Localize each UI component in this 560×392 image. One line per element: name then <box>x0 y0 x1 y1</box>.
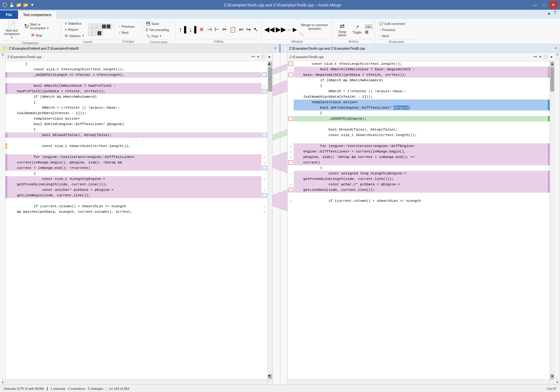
actions-icon1[interactable]: ↗ <box>355 24 359 29</box>
help-icon[interactable]: ? <box>554 10 556 16</box>
bookmark-previous-button[interactable]: ↑ Previous <box>378 27 407 33</box>
right-pane-menu-icon[interactable]: ••• <box>534 55 537 59</box>
code-line: const size_t nSearchLen(strText.length()… <box>7 143 261 149</box>
right-scrollbar-thumb[interactable] <box>550 67 554 92</box>
merge-right-button[interactable]: → <box>262 73 267 77</box>
merge-options-icon[interactable]: ⋯▶ <box>287 26 297 33</box>
minimize-button[interactable]: — <box>531 1 539 9</box>
encoding-status: Unicode (UTF-8 with BOM) <box>4 387 44 390</box>
merge-right-icon[interactable]: ▶▶ <box>276 26 286 33</box>
set-encoding-button[interactable]: É Set encoding <box>145 27 171 33</box>
left-code-area[interactable]: { const size_t nTextLength(strText.lengt… <box>5 61 272 384</box>
layout-icon4[interactable]: ⬛ <box>96 30 103 36</box>
titlebar-icon3[interactable]: 📂 <box>23 2 28 7</box>
scroll-last-icon[interactable]: ⇊ <box>2 380 4 384</box>
breadcrumb-folder[interactable]: 📁 Z:\Examples\FolderA and Z:\Examples\Fo… <box>0 44 280 52</box>
breadcrumb-dropdown-icon[interactable]: ▼ <box>274 47 277 50</box>
scroll-prev-change-icon[interactable]: ↑ <box>2 57 3 60</box>
breadcrumb-file[interactable]: 📄 Z:\Examples\TestA.cpp and Z:\Examples\… <box>280 44 560 52</box>
collapse-ribbon-icon[interactable]: ▲ <box>547 11 551 16</box>
titlebar-icon1[interactable]: 💾 <box>9 2 14 7</box>
file-icon: 📄 <box>283 46 288 51</box>
editing-icon3[interactable]: ✕ <box>198 25 205 34</box>
merge-left-btn-container: ← <box>288 116 294 121</box>
right-scroll-next-icon[interactable]: ↓ <box>556 377 558 380</box>
options-button[interactable]: ⚙ Options ▼ <box>63 33 86 39</box>
editing-icon5[interactable]: ⊢ <box>214 25 220 34</box>
changes-group-label: Changes <box>117 39 139 43</box>
merge-placeholder <box>288 193 294 198</box>
swap-panes-button[interactable]: ⇄ Swappanes <box>335 21 350 38</box>
next-change-button[interactable]: ↓ Next <box>117 30 136 35</box>
tab-text-comparisons[interactable]: Text comparisons <box>18 11 57 19</box>
merge-left-icon[interactable]: ◀◀ <box>264 26 275 33</box>
merge-left-button[interactable]: ← <box>288 62 293 66</box>
statistics-button[interactable]: ≡ Statistics <box>63 21 86 26</box>
merge-left-button[interactable]: ← <box>288 188 293 192</box>
titlebar-icon2[interactable]: 📁 <box>16 2 21 7</box>
left-hscrollbar[interactable] <box>5 380 268 384</box>
editing-icon1[interactable]: ↑▐ <box>178 25 187 34</box>
editing-icon8[interactable]: ↩ <box>238 25 244 34</box>
right-vscrollbar[interactable]: ▲ ▼ <box>550 61 555 380</box>
pane-menu-icon[interactable]: ••• <box>251 55 255 59</box>
right-scroll-first-icon[interactable]: ⇈ <box>556 53 558 57</box>
save-button[interactable]: 💾 Save <box>145 21 171 26</box>
left-scrollbar-thumb[interactable] <box>268 67 272 92</box>
titlebar-icon4[interactable]: ▼ <box>30 2 34 7</box>
pane-expand-icon[interactable]: ▼ <box>256 55 260 59</box>
stop-button[interactable]: ✕ Stop <box>23 31 51 39</box>
start-recompare-button[interactable]: ↻ Start orrecompare ▼ <box>23 22 51 31</box>
right-hscrollbar[interactable] <box>288 380 550 384</box>
bookmark-next-button[interactable]: ↓ Next <box>378 33 407 39</box>
new-text-comparison-button[interactable]: 📄 New textcomparison ▼ <box>2 21 21 40</box>
editing-icon2[interactable]: ↓▐ <box>188 25 197 34</box>
scroll-first-icon[interactable]: ⇈ <box>2 53 4 57</box>
merge-icon1[interactable]: ⋱ <box>299 32 304 37</box>
pane-close-icon[interactable]: ● <box>268 54 271 59</box>
merge-placeholder <box>288 121 294 127</box>
close-button[interactable]: ✕ <box>549 1 558 9</box>
merge-left-btn-container: ← <box>288 160 294 165</box>
layout-icon1[interactable]: ⬜⬜ <box>88 24 100 29</box>
merge-common-ancestor-button[interactable]: Merge to commonancestor <box>299 22 330 31</box>
edit-comment-button[interactable]: 💬 Edit comment <box>378 21 407 26</box>
code-line: const size_t nSearchLen(strText.length()… <box>294 132 548 138</box>
merge-right-button[interactable]: → <box>262 89 267 93</box>
editing-icon4[interactable]: ⊣ <box>206 25 213 34</box>
merge-right-button[interactable]: → <box>262 133 267 137</box>
left-vscrollbar[interactable]: ▲ ▼ <box>268 61 272 380</box>
right-scrollbar-down-btn[interactable]: ▼ <box>550 374 554 379</box>
layout-icon2[interactable]: ⬛⬛ <box>100 24 112 29</box>
editing-icon10[interactable]: ↖ <box>253 25 259 34</box>
right-scroll-prev-icon[interactable]: ↑ <box>556 57 558 60</box>
merge-left-button[interactable]: ← <box>288 117 293 121</box>
previous-change-button[interactable]: ↑ Previous <box>117 24 136 29</box>
right-pane-expand-icon[interactable]: ▼ <box>538 55 542 59</box>
report-button[interactable]: ≡ Report <box>63 27 86 32</box>
scroll-next-change-icon[interactable]: ↓ <box>2 377 3 380</box>
right-pane-history-icon[interactable]: 🕐 <box>543 55 548 59</box>
table-row: current(inRange.begin(), pEngine, side);… <box>5 160 268 165</box>
merge-right-button[interactable]: → <box>262 166 267 170</box>
layout-icon3[interactable]: ⬜ <box>88 30 95 36</box>
breadcrumb-file-dropdown-icon[interactable]: ▼ <box>554 47 557 50</box>
pane-history-icon[interactable]: 🕐 <box>261 55 266 59</box>
toggle-button[interactable]: Toggle <box>351 30 363 35</box>
editing-icon9[interactable]: ↪ <box>245 25 252 34</box>
editing-icon7[interactable]: 📋 <box>229 25 237 34</box>
left-scrollbar-down-btn[interactable]: ▼ <box>268 374 272 379</box>
left-scrollbar-up-btn[interactable]: ▲ <box>268 62 272 67</box>
right-code-area[interactable]: ← const size_t nTextLength(strText.lengt… <box>288 61 555 384</box>
tab-file[interactable]: File <box>0 10 18 19</box>
merge-left-button[interactable]: ← <box>288 73 293 77</box>
merge-left-button[interactable]: ← <box>288 160 293 165</box>
actions-icon2[interactable]: ⊞ <box>365 30 373 34</box>
right-scrollbar-up-btn[interactable]: ▲ <box>550 62 554 67</box>
maximize-button[interactable]: □ <box>540 1 548 9</box>
info-icon[interactable]: ℹ <box>47 386 48 391</box>
right-scroll-last-icon[interactable]: ⇊ <box>556 380 558 384</box>
editing-icon6[interactable]: ✂ <box>221 25 228 34</box>
merge-right-button[interactable]: → <box>262 193 267 198</box>
find-button[interactable]: 🔍 Find ▼ <box>145 33 171 39</box>
